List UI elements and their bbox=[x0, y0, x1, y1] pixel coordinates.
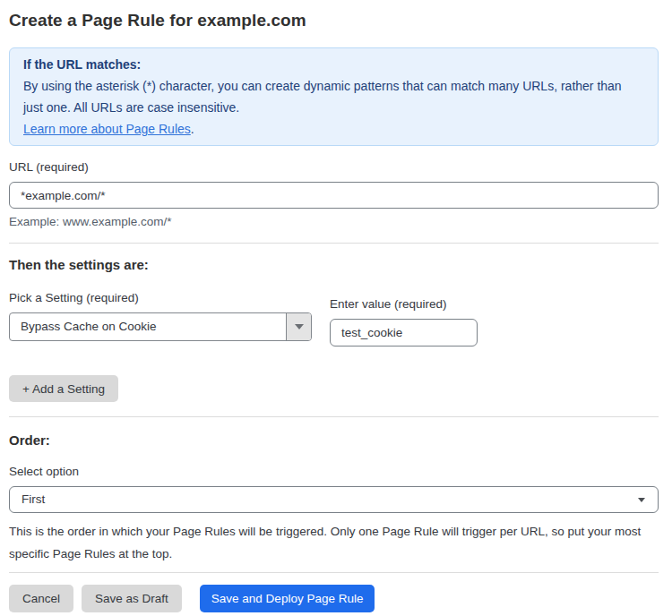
order-select-label: Select option bbox=[9, 465, 659, 478]
url-input[interactable] bbox=[9, 182, 659, 209]
save-and-deploy-button[interactable]: Save and Deploy Page Rule bbox=[200, 585, 375, 612]
setting-value-column: Enter value (required) bbox=[330, 291, 478, 346]
chevron-down-icon bbox=[295, 324, 304, 329]
settings-row: Pick a Setting (required) Bypass Cache o… bbox=[9, 291, 659, 346]
page-rule-form: Create a Page Rule for example.com If th… bbox=[0, 0, 672, 616]
order-description: This is the order in which your Page Rul… bbox=[9, 520, 659, 565]
order-select-value: First bbox=[10, 487, 658, 512]
url-label: URL (required) bbox=[9, 160, 659, 174]
divider bbox=[9, 416, 659, 417]
url-matches-info-box: If the URL matches: By using the asteris… bbox=[9, 47, 659, 146]
info-box-link-line: Learn more about Page Rules. bbox=[23, 118, 644, 140]
divider bbox=[9, 243, 659, 244]
add-setting-button[interactable]: + Add a Setting bbox=[9, 375, 118, 402]
enter-value-label: Enter value (required) bbox=[330, 297, 478, 311]
order-section-heading: Order: bbox=[9, 432, 659, 448]
setting-value-input[interactable] bbox=[330, 319, 478, 346]
order-select[interactable]: First bbox=[9, 486, 659, 513]
setting-select-arrow-button[interactable] bbox=[286, 313, 311, 340]
chevron-down-icon bbox=[638, 498, 645, 502]
setting-picker-column: Pick a Setting (required) Bypass Cache o… bbox=[9, 291, 312, 346]
cancel-button[interactable]: Cancel bbox=[9, 585, 73, 612]
footer-button-row: Cancel Save as Draft Save and Deploy Pag… bbox=[9, 585, 659, 612]
settings-section-heading: Then the settings are: bbox=[9, 257, 659, 272]
url-example-hint: Example: www.example.com/* bbox=[9, 215, 659, 228]
learn-more-link[interactable]: Learn more about Page Rules bbox=[23, 122, 191, 136]
link-period: . bbox=[191, 122, 194, 136]
info-box-heading: If the URL matches: bbox=[23, 54, 644, 75]
divider bbox=[9, 572, 659, 573]
info-box-body: By using the asterisk (*) character, you… bbox=[23, 75, 644, 118]
setting-select[interactable]: Bypass Cache on Cookie bbox=[9, 312, 312, 341]
setting-select-value: Bypass Cache on Cookie bbox=[10, 313, 286, 340]
save-as-draft-button[interactable]: Save as Draft bbox=[82, 585, 182, 612]
page-title: Create a Page Rule for example.com bbox=[9, 11, 659, 30]
pick-setting-label: Pick a Setting (required) bbox=[9, 291, 312, 304]
